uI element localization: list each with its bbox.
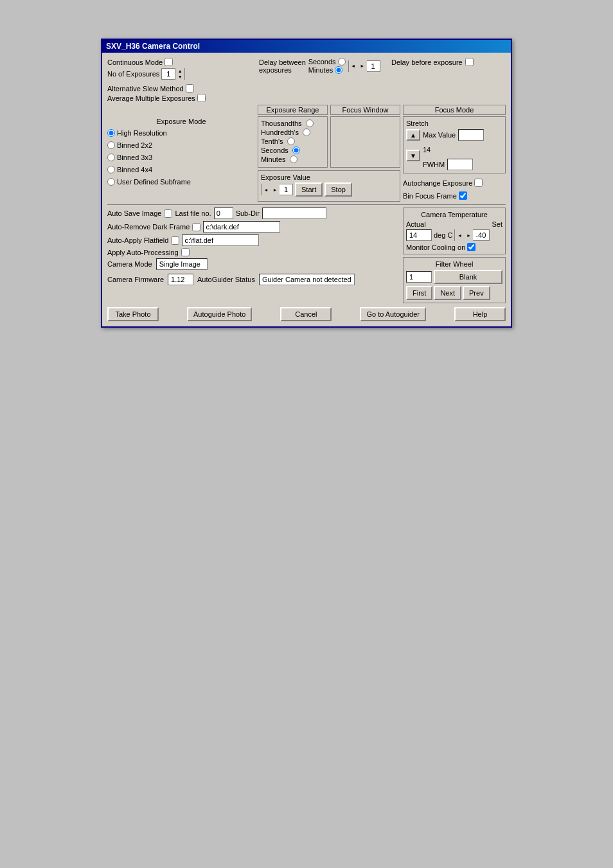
avg-multiple-checkbox[interactable] <box>197 94 206 102</box>
continuous-mode-checkbox[interactable] <box>164 58 173 66</box>
hundredths-radio[interactable] <box>303 128 310 136</box>
filter-no-value: 1 <box>406 271 432 283</box>
temp-header: Camera Temperature <box>406 211 502 218</box>
start-button[interactable]: Start <box>295 182 323 197</box>
max-value-label: Max Value <box>423 131 456 139</box>
binned-4x4-radio[interactable] <box>107 166 115 173</box>
next-button[interactable]: Next <box>434 286 461 300</box>
set-temp-value: -40 <box>473 231 488 239</box>
seconds-range-label: Seconds <box>261 146 289 154</box>
delay-label: Delay between <box>259 58 306 66</box>
exp-val-prev[interactable]: ◄ <box>262 184 271 195</box>
no-of-exposures-up[interactable]: ▲ <box>175 68 184 74</box>
help-button[interactable]: Help <box>454 307 506 321</box>
left-spacer <box>107 105 255 115</box>
monitor-label: Monitor <box>406 244 430 251</box>
stretch-box: Stretch ▲ ▼ Max Value <box>403 116 506 173</box>
last-file-no-input[interactable] <box>214 208 233 219</box>
binned-3x3-label: Binned 3x3 <box>117 154 152 161</box>
continuous-mode-label: Continuous Mode <box>107 58 163 66</box>
tenths-radio[interactable] <box>287 137 295 145</box>
minutes-range-radio[interactable] <box>290 155 298 163</box>
cooling-on-label: Cooling on <box>432 244 466 251</box>
no-of-exposures-value: 1 <box>162 70 175 78</box>
deg-c-label: deg C <box>434 231 452 239</box>
dark-file-input[interactable] <box>203 221 280 233</box>
binned-2x2-radio[interactable] <box>107 141 115 149</box>
set-label: Set <box>492 220 502 228</box>
auto-apply-flat-checkbox[interactable] <box>171 236 179 245</box>
delay-value-spinner[interactable]: ◄ ► 1 <box>348 60 380 72</box>
no-of-exposures-down[interactable]: ▼ <box>175 74 184 80</box>
bottom-buttons-row: Take Photo Autoguide Photo Cancel Go to … <box>107 307 506 321</box>
binned-4x4-label: Binned 4x4 <box>117 166 152 173</box>
cooling-on-checkbox[interactable] <box>467 243 475 251</box>
camera-mode-value: Single Image <box>156 258 208 270</box>
bin-focus-checkbox[interactable] <box>459 191 467 200</box>
autochange-checkbox[interactable] <box>474 179 483 187</box>
title-bar: SXV_H36 Camera Control <box>102 40 511 53</box>
alt-slew-checkbox[interactable] <box>186 84 194 93</box>
auto-processing-checkbox[interactable] <box>181 248 190 256</box>
user-defined-radio[interactable] <box>107 178 115 186</box>
high-res-label: High Resolution <box>117 129 167 137</box>
take-photo-button[interactable]: Take Photo <box>107 307 159 321</box>
go-to-autoguider-button[interactable]: Go to Autoguider <box>360 307 426 321</box>
set-temp-prev[interactable]: ◄ <box>455 229 464 241</box>
set-temp-next[interactable]: ► <box>464 229 473 241</box>
max-value-input[interactable] <box>458 129 484 141</box>
seconds-label: Seconds <box>308 58 336 66</box>
delay-label2: exposures <box>259 66 306 74</box>
window-title: SXV_H36 Camera Control <box>106 42 200 51</box>
first-button[interactable]: First <box>406 286 432 300</box>
auto-remove-dark-checkbox[interactable] <box>192 223 200 231</box>
filter-wheel-box: Filter Wheel 1 Blank First Next Prev <box>403 257 506 303</box>
delay-before-checkbox[interactable] <box>465 58 474 66</box>
auto-save-checkbox[interactable] <box>164 209 172 218</box>
blank-button[interactable]: Blank <box>434 270 502 284</box>
subdir-input[interactable] <box>262 208 326 219</box>
prev-button[interactable]: Prev <box>463 286 490 300</box>
delay-prev-btn[interactable]: ◄ <box>349 60 358 72</box>
thousandths-radio[interactable] <box>306 120 314 127</box>
filter-wheel-header: Filter Wheel <box>406 260 502 268</box>
stretch-label: Stretch <box>406 120 502 127</box>
fwhm-input[interactable] <box>447 159 473 170</box>
subdir-label: Sub-Dir <box>236 209 260 217</box>
binned-3x3-radio[interactable] <box>107 154 115 161</box>
stretch-down-btn[interactable]: ▼ <box>406 150 420 161</box>
autoguide-photo-button[interactable]: Autoguide Photo <box>187 307 252 321</box>
exp-val-next[interactable]: ► <box>271 184 280 195</box>
max-val-display: 14 <box>423 146 431 154</box>
stop-button[interactable]: Stop <box>324 182 352 197</box>
auto-save-label: Auto Save Image <box>107 209 161 217</box>
flat-file-input[interactable] <box>182 235 259 246</box>
camera-mode-label: Camera Mode <box>107 260 152 268</box>
delay-minutes-radio[interactable] <box>335 66 342 74</box>
actual-label: Actual <box>406 220 426 228</box>
exposure-value: 1 <box>280 186 292 193</box>
high-res-radio[interactable] <box>107 129 115 137</box>
exposure-mode-section: Exposure Mode <box>107 118 255 125</box>
binned-2x2-label: Binned 2x2 <box>117 141 152 149</box>
user-defined-label: User Defined Subframe <box>117 178 191 186</box>
separator-1 <box>107 204 506 205</box>
focus-window-panel <box>330 116 400 168</box>
auto-remove-dark-label: Auto-Remove Dark Frame <box>107 223 190 231</box>
delay-next-btn[interactable]: ► <box>358 60 367 72</box>
main-window: SXV_H36 Camera Control Continuous Mode N… <box>101 39 512 328</box>
stretch-up-btn[interactable]: ▲ <box>406 129 420 141</box>
exposure-value-spinner[interactable]: ◄ ► 1 <box>261 184 293 195</box>
minutes-label: Minutes <box>308 66 333 74</box>
cancel-button[interactable]: Cancel <box>280 307 332 321</box>
avg-multiple-label: Average Multiple Exposures <box>107 94 195 102</box>
set-temp-spinner[interactable]: ◄ ► -40 <box>454 229 490 241</box>
delay-seconds-radio[interactable] <box>338 58 346 66</box>
no-of-exposures-spinner[interactable]: 1 ▲ ▼ <box>161 68 185 80</box>
hundredths-label: Hundredth's <box>261 128 299 136</box>
thousandths-label: Thousandths <box>261 120 302 127</box>
seconds-range-radio[interactable] <box>292 146 300 154</box>
actual-temp-value: 14 <box>406 229 432 241</box>
fwhm-label: FWHM <box>423 161 445 168</box>
focus-window-header: Focus Window <box>330 105 400 115</box>
